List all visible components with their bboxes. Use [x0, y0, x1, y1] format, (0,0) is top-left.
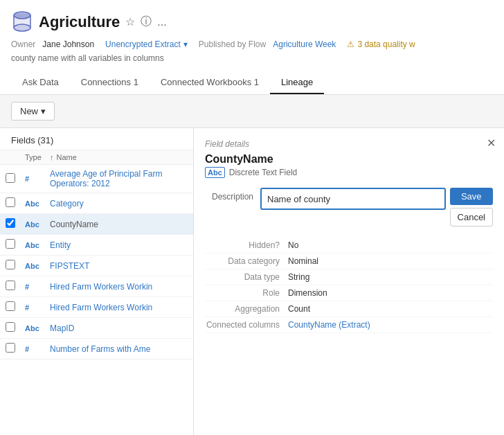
save-button[interactable]: Save — [450, 188, 493, 205]
abc-badge: Abc — [205, 167, 225, 178]
field-checkbox[interactable] — [6, 301, 15, 311]
owner-label: Owner — [11, 39, 35, 49]
detail-subtitle: Abc Discrete Text Field — [205, 167, 493, 178]
cancel-button[interactable]: Cancel — [450, 208, 493, 227]
field-checkbox-container — [6, 281, 22, 292]
detail-row-value: String — [288, 272, 309, 282]
field-details-table: Hidden?NoData categoryNominalData typeSt… — [205, 238, 493, 333]
field-details-label: Field details — [205, 139, 493, 149]
field-checkbox[interactable] — [6, 260, 15, 269]
detail-row-label: Aggregation — [205, 304, 288, 314]
owner-name: Jane Johnson — [42, 39, 94, 49]
close-button[interactable]: ✕ — [487, 136, 496, 150]
description-buttons: Save Cancel — [450, 188, 493, 227]
field-type-label: Discrete Text Field — [229, 168, 297, 177]
tabs-row: Ask DataConnections 1Connected Workbooks… — [11, 71, 493, 94]
published-label: Published by Flow — [199, 39, 266, 49]
table-row[interactable]: #Number of Farms with Ame — [0, 339, 193, 359]
field-name-cell: Hired Farm Workers Workin — [50, 282, 188, 292]
field-type-cell: # — [22, 175, 50, 183]
detail-row-label: Data type — [205, 272, 288, 282]
detail-row-label: Role — [205, 288, 288, 298]
field-type-cell: Abc — [22, 324, 50, 332]
sort-arrow: ↑ — [50, 153, 54, 161]
fields-list: #Average Age of Principal Farm Operators… — [0, 165, 193, 359]
field-type-cell: Abc — [22, 199, 50, 208]
field-name-cell: FIPSTEXT — [50, 261, 188, 271]
table-row[interactable]: AbcEntity — [0, 235, 193, 256]
field-name-cell: Hired Farm Workers Workin — [50, 303, 188, 312]
field-checkbox[interactable] — [6, 322, 15, 332]
name-col-header: ↑ Name — [50, 153, 188, 161]
field-checkbox[interactable] — [6, 218, 15, 228]
detail-row: Hidden?No — [205, 238, 493, 254]
type-col-header: Type — [22, 153, 50, 161]
field-checkbox-container — [6, 239, 22, 251]
table-row[interactable]: #Hired Farm Workers Workin — [0, 276, 193, 297]
field-name-cell: Category — [50, 199, 188, 208]
datasource-description: county name with all variables in column… — [11, 53, 493, 69]
field-checkbox[interactable] — [6, 173, 15, 183]
field-name-cell: Entity — [50, 240, 188, 250]
dropdown-icon: ▾ — [183, 39, 188, 49]
fields-table-header: Type ↑ Name — [0, 150, 193, 165]
fields-header: Fields (31) — [0, 128, 193, 150]
detail-row: AggregationCount — [205, 301, 493, 317]
field-checkbox-container — [6, 322, 22, 334]
field-name-cell: Number of Farms with Ame — [50, 344, 188, 354]
info-icon[interactable]: ⓘ — [141, 15, 152, 29]
field-type-cell: # — [22, 345, 50, 353]
field-checkbox[interactable] — [6, 239, 15, 249]
field-checkbox-container — [6, 301, 22, 313]
field-checkbox[interactable] — [6, 343, 15, 353]
star-icon[interactable]: ☆ — [125, 15, 135, 28]
more-icon[interactable]: ... — [157, 16, 166, 28]
field-checkbox[interactable] — [6, 281, 15, 290]
detail-row-value: Dimension — [288, 288, 327, 298]
description-label: Description — [205, 188, 260, 202]
field-checkbox-container — [6, 173, 22, 185]
header-actions: ☆ ⓘ ... — [125, 15, 166, 29]
field-type-cell: # — [22, 283, 50, 291]
tab-ask-data[interactable]: Ask Data — [11, 71, 70, 94]
field-type-cell: Abc — [22, 220, 50, 229]
table-row[interactable]: #Average Age of Principal Farm Operators… — [0, 165, 193, 193]
description-input[interactable] — [260, 188, 446, 210]
detail-row-value[interactable]: CountyName (Extract) — [288, 320, 370, 330]
dropdown-chevron-icon: ▾ — [41, 106, 46, 116]
detail-row-label: Hidden? — [205, 240, 288, 250]
field-checkbox[interactable] — [6, 197, 15, 207]
page-title: Agriculture — [39, 13, 120, 31]
warning-icon: ⚠ — [347, 39, 354, 49]
page-header: Agriculture ☆ ⓘ ... Owner Jane Johnson U… — [0, 0, 504, 95]
flow-name: Agriculture Week — [273, 39, 336, 49]
field-checkbox-container — [6, 218, 22, 230]
description-input-area — [260, 188, 446, 210]
datasource-icon — [11, 8, 33, 35]
table-row[interactable]: AbcFIPSTEXT — [0, 256, 193, 276]
new-button[interactable]: New ▾ — [11, 102, 55, 121]
field-type-cell: Abc — [22, 241, 50, 249]
detail-field-title: CountyName — [205, 153, 493, 166]
header-meta-row: Owner Jane Johnson Unencrypted Extract ▾… — [11, 39, 493, 49]
field-type-cell: Abc — [22, 262, 50, 270]
field-checkbox-container — [6, 197, 22, 209]
detail-row: Connected columnsCountyName (Extract) — [205, 317, 493, 333]
detail-row-label: Data category — [205, 256, 288, 266]
table-row[interactable]: AbcCountyName — [0, 214, 193, 235]
toolbar: New ▾ — [0, 95, 504, 128]
field-checkbox-container — [6, 260, 22, 272]
tab-lineage[interactable]: Lineage — [270, 71, 324, 94]
table-row[interactable]: AbcCategory — [0, 193, 193, 214]
detail-row: RoleDimension — [205, 285, 493, 301]
table-row[interactable]: #Hired Farm Workers Workin — [0, 297, 193, 318]
field-type-cell: # — [22, 303, 50, 312]
detail-row: Data categoryNominal — [205, 254, 493, 269]
tab-connections-1[interactable]: Connections 1 — [70, 71, 150, 94]
quality-warning: ⚠ 3 data quality w — [347, 39, 415, 49]
detail-panel: ✕ Field details CountyName Abc Discrete … — [194, 128, 504, 435]
tab-connected-workbooks-1[interactable]: Connected Workbooks 1 — [150, 71, 270, 94]
detail-row-value: No — [288, 240, 298, 250]
table-row[interactable]: AbcMapID — [0, 318, 193, 339]
extract-badge-button[interactable]: Unencrypted Extract ▾ — [105, 39, 188, 49]
